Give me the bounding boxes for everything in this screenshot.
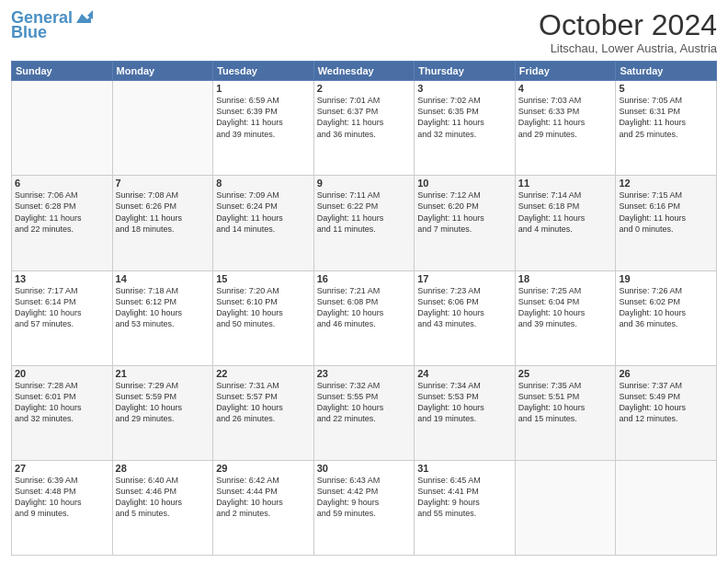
location-subtitle: Litschau, Lower Austria, Austria	[539, 41, 717, 55]
day-number: 17	[417, 273, 512, 284]
day-number: 2	[317, 83, 412, 94]
day-info: Sunrise: 7:12 AM Sunset: 6:20 PM Dayligh…	[417, 190, 512, 235]
logo-icon	[73, 10, 93, 27]
calendar-cell: 28Sunrise: 6:40 AM Sunset: 4:46 PM Dayli…	[112, 460, 213, 555]
day-number: 7	[116, 178, 210, 189]
day-info: Sunrise: 7:09 AM Sunset: 6:24 PM Dayligh…	[216, 190, 311, 235]
day-number: 6	[15, 178, 109, 189]
weekday-header-saturday: Saturday	[616, 62, 717, 81]
day-info: Sunrise: 7:21 AM Sunset: 6:08 PM Dayligh…	[317, 285, 412, 330]
day-info: Sunrise: 7:35 AM Sunset: 5:51 PM Dayligh…	[518, 380, 613, 425]
calendar-week-row: 6Sunrise: 7:06 AM Sunset: 6:28 PM Daylig…	[12, 176, 717, 270]
day-number: 3	[417, 83, 512, 94]
day-info: Sunrise: 7:20 AM Sunset: 6:10 PM Dayligh…	[216, 285, 311, 330]
calendar-cell	[616, 460, 717, 555]
day-info: Sunrise: 7:28 AM Sunset: 6:01 PM Dayligh…	[15, 380, 109, 425]
day-info: Sunrise: 7:31 AM Sunset: 5:57 PM Dayligh…	[216, 380, 311, 425]
day-number: 22	[216, 368, 311, 379]
calendar-cell: 12Sunrise: 7:15 AM Sunset: 6:16 PM Dayli…	[616, 176, 717, 270]
day-number: 8	[216, 178, 311, 189]
weekday-header-thursday: Thursday	[415, 62, 516, 81]
day-number: 5	[619, 83, 713, 94]
logo: General Blue	[11, 9, 93, 42]
calendar-cell: 11Sunrise: 7:14 AM Sunset: 6:18 PM Dayli…	[515, 176, 616, 270]
day-number: 25	[518, 368, 613, 379]
calendar-cell: 6Sunrise: 7:06 AM Sunset: 6:28 PM Daylig…	[12, 176, 113, 270]
day-info: Sunrise: 7:05 AM Sunset: 6:31 PM Dayligh…	[619, 95, 713, 140]
day-number: 26	[619, 368, 713, 379]
weekday-header-monday: Monday	[112, 62, 213, 81]
calendar-cell: 14Sunrise: 7:18 AM Sunset: 6:12 PM Dayli…	[112, 270, 213, 365]
calendar-cell: 26Sunrise: 7:37 AM Sunset: 5:49 PM Dayli…	[616, 365, 717, 460]
day-number: 24	[417, 368, 512, 379]
calendar-table: SundayMondayTuesdayWednesdayThursdayFrid…	[11, 61, 717, 556]
calendar-cell: 16Sunrise: 7:21 AM Sunset: 6:08 PM Dayli…	[313, 270, 415, 365]
day-info: Sunrise: 7:02 AM Sunset: 6:35 PM Dayligh…	[417, 95, 512, 140]
day-number: 14	[116, 273, 210, 284]
day-info: Sunrise: 6:43 AM Sunset: 4:42 PM Dayligh…	[317, 475, 412, 520]
day-info: Sunrise: 7:06 AM Sunset: 6:28 PM Dayligh…	[15, 190, 109, 235]
day-number: 9	[317, 178, 412, 189]
day-info: Sunrise: 7:17 AM Sunset: 6:14 PM Dayligh…	[15, 285, 109, 330]
calendar-cell: 20Sunrise: 7:28 AM Sunset: 6:01 PM Dayli…	[12, 365, 113, 460]
calendar-cell	[515, 460, 616, 555]
day-info: Sunrise: 7:03 AM Sunset: 6:33 PM Dayligh…	[518, 95, 613, 140]
calendar-cell: 17Sunrise: 7:23 AM Sunset: 6:06 PM Dayli…	[415, 270, 516, 365]
calendar-cell: 13Sunrise: 7:17 AM Sunset: 6:14 PM Dayli…	[12, 270, 113, 365]
weekday-header-friday: Friday	[515, 62, 616, 81]
day-number: 4	[518, 83, 613, 94]
day-info: Sunrise: 7:11 AM Sunset: 6:22 PM Dayligh…	[317, 190, 412, 235]
day-number: 30	[317, 463, 412, 474]
calendar-cell: 18Sunrise: 7:25 AM Sunset: 6:04 PM Dayli…	[515, 270, 616, 365]
day-number: 23	[317, 368, 412, 379]
calendar-cell: 3Sunrise: 7:02 AM Sunset: 6:35 PM Daylig…	[415, 81, 516, 176]
calendar-week-row: 1Sunrise: 6:59 AM Sunset: 6:39 PM Daylig…	[12, 81, 717, 176]
calendar-cell: 21Sunrise: 7:29 AM Sunset: 5:59 PM Dayli…	[112, 365, 213, 460]
day-number: 19	[619, 273, 713, 284]
main-container: General Blue October 2024 Litschau, Lowe…	[0, 0, 728, 563]
calendar-cell: 1Sunrise: 6:59 AM Sunset: 6:39 PM Daylig…	[213, 81, 314, 176]
day-info: Sunrise: 6:59 AM Sunset: 6:39 PM Dayligh…	[216, 95, 311, 140]
weekday-header-row: SundayMondayTuesdayWednesdayThursdayFrid…	[12, 62, 717, 81]
calendar-cell: 22Sunrise: 7:31 AM Sunset: 5:57 PM Dayli…	[213, 365, 314, 460]
day-info: Sunrise: 7:23 AM Sunset: 6:06 PM Dayligh…	[417, 285, 512, 330]
calendar-cell: 15Sunrise: 7:20 AM Sunset: 6:10 PM Dayli…	[213, 270, 314, 365]
calendar-cell: 7Sunrise: 7:08 AM Sunset: 6:26 PM Daylig…	[112, 176, 213, 270]
day-info: Sunrise: 7:26 AM Sunset: 6:02 PM Dayligh…	[619, 285, 713, 330]
day-number: 27	[15, 463, 109, 474]
day-number: 16	[317, 273, 412, 284]
day-number: 1	[216, 83, 311, 94]
day-info: Sunrise: 6:40 AM Sunset: 4:46 PM Dayligh…	[116, 475, 210, 520]
calendar-cell: 4Sunrise: 7:03 AM Sunset: 6:33 PM Daylig…	[515, 81, 616, 176]
calendar-cell: 19Sunrise: 7:26 AM Sunset: 6:02 PM Dayli…	[616, 270, 717, 365]
calendar-cell: 8Sunrise: 7:09 AM Sunset: 6:24 PM Daylig…	[213, 176, 314, 270]
calendar-cell: 25Sunrise: 7:35 AM Sunset: 5:51 PM Dayli…	[515, 365, 616, 460]
day-info: Sunrise: 7:34 AM Sunset: 5:53 PM Dayligh…	[417, 380, 512, 425]
day-info: Sunrise: 6:45 AM Sunset: 4:41 PM Dayligh…	[417, 475, 512, 520]
calendar-cell: 29Sunrise: 6:42 AM Sunset: 4:44 PM Dayli…	[213, 460, 314, 555]
calendar-cell: 27Sunrise: 6:39 AM Sunset: 4:48 PM Dayli…	[12, 460, 113, 555]
calendar-cell: 2Sunrise: 7:01 AM Sunset: 6:37 PM Daylig…	[313, 81, 415, 176]
day-info: Sunrise: 7:37 AM Sunset: 5:49 PM Dayligh…	[619, 380, 713, 425]
day-info: Sunrise: 7:25 AM Sunset: 6:04 PM Dayligh…	[518, 285, 613, 330]
weekday-header-wednesday: Wednesday	[313, 62, 415, 81]
day-info: Sunrise: 6:39 AM Sunset: 4:48 PM Dayligh…	[15, 475, 109, 520]
day-info: Sunrise: 7:08 AM Sunset: 6:26 PM Dayligh…	[116, 190, 210, 235]
day-number: 31	[417, 463, 512, 474]
logo-blue: Blue	[11, 24, 47, 42]
calendar-cell	[12, 81, 113, 176]
weekday-header-sunday: Sunday	[12, 62, 113, 81]
day-number: 13	[15, 273, 109, 284]
day-number: 10	[417, 178, 512, 189]
month-title: October 2024	[539, 9, 717, 41]
day-number: 20	[15, 368, 109, 379]
day-number: 28	[116, 463, 210, 474]
day-info: Sunrise: 6:42 AM Sunset: 4:44 PM Dayligh…	[216, 475, 311, 520]
calendar-cell: 5Sunrise: 7:05 AM Sunset: 6:31 PM Daylig…	[616, 81, 717, 176]
day-number: 11	[518, 178, 613, 189]
calendar-cell: 9Sunrise: 7:11 AM Sunset: 6:22 PM Daylig…	[313, 176, 415, 270]
weekday-header-tuesday: Tuesday	[213, 62, 314, 81]
day-number: 15	[216, 273, 311, 284]
day-number: 18	[518, 273, 613, 284]
calendar-week-row: 13Sunrise: 7:17 AM Sunset: 6:14 PM Dayli…	[12, 270, 717, 365]
